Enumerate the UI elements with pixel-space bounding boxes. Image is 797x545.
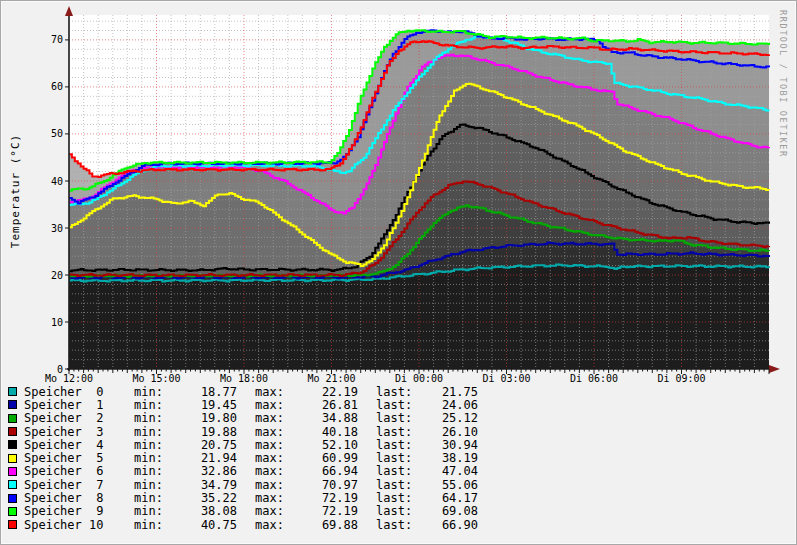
y-tick-label: 30 <box>51 223 63 234</box>
min-value: 35.22 <box>167 491 237 505</box>
legend-swatch <box>8 387 17 396</box>
legend-row: Speicher 4min:20.75max:52.10last:30.94 <box>8 438 478 451</box>
x-tick-label: Di 06:00 <box>570 373 618 384</box>
min-value: 19.45 <box>167 398 237 412</box>
max-value: 26.81 <box>288 398 358 412</box>
x-tick-label: Di 03:00 <box>482 373 530 384</box>
max-label: max: <box>255 518 288 532</box>
series-label: Speicher 0 <box>24 385 134 399</box>
legend-swatch <box>8 507 17 516</box>
max-label: max: <box>255 425 288 439</box>
max-value: 22.19 <box>288 385 358 399</box>
last-label: last: <box>376 438 416 452</box>
last-value: 55.06 <box>416 478 478 492</box>
min-value: 18.77 <box>167 385 237 399</box>
last-label: last: <box>376 504 416 518</box>
legend-swatch <box>8 520 17 529</box>
max-value: 34.88 <box>288 411 358 425</box>
max-value: 72.19 <box>288 491 358 505</box>
series-label: Speicher 2 <box>24 411 134 425</box>
max-value: 69.88 <box>288 518 358 532</box>
series-label: Speicher 3 <box>24 425 134 439</box>
series-label: Speicher 7 <box>24 478 134 492</box>
max-label: max: <box>255 504 288 518</box>
legend-row: Speicher 3min:19.88max:40.18last:26.10 <box>8 425 478 438</box>
x-tick-label: Mo 15:00 <box>132 373 180 384</box>
x-axis-arrow <box>769 365 780 373</box>
temperature-chart: 010203040506070Mo 12:00Mo 15:00Mo 18:00M… <box>1 1 797 393</box>
min-value: 19.88 <box>167 425 237 439</box>
series-label: Speicher 1 <box>24 398 134 412</box>
min-value: 40.75 <box>167 518 237 532</box>
max-value: 40.18 <box>288 425 358 439</box>
legend-row: Speicher 2min:19.80max:34.88last:25.12 <box>8 412 478 425</box>
max-label: max: <box>255 398 288 412</box>
x-tick-label: Mo 12:00 <box>45 373 93 384</box>
max-label: max: <box>255 478 288 492</box>
legend-swatch <box>8 414 17 423</box>
min-label: min: <box>134 504 167 518</box>
min-label: min: <box>134 451 167 465</box>
last-label: last: <box>376 425 416 439</box>
legend-swatch <box>8 454 17 463</box>
last-value: 47.04 <box>416 464 478 478</box>
legend-row: Speicher 6min:32.86max:66.94last:47.04 <box>8 465 478 478</box>
last-value: 66.90 <box>416 518 478 532</box>
last-value: 26.10 <box>416 425 478 439</box>
last-value: 69.08 <box>416 504 478 518</box>
legend-row: Speicher 7min:34.79max:70.97last:55.06 <box>8 478 478 491</box>
legend-swatch <box>8 440 17 449</box>
min-value: 38.08 <box>167 504 237 518</box>
max-value: 72.19 <box>288 504 358 518</box>
max-value: 66.94 <box>288 464 358 478</box>
last-label: last: <box>376 518 416 532</box>
y-tick-label: 70 <box>51 34 63 45</box>
y-axis-arrow <box>65 6 73 16</box>
max-label: max: <box>255 491 288 505</box>
min-value: 34.79 <box>167 478 237 492</box>
legend-swatch <box>8 400 17 409</box>
series-label: Speicher 5 <box>24 451 134 465</box>
max-label: max: <box>255 464 288 478</box>
y-tick-label: 50 <box>51 128 63 139</box>
max-label: max: <box>255 451 288 465</box>
series-label: Speicher 10 <box>24 518 134 532</box>
min-value: 20.75 <box>167 438 237 452</box>
legend-row: Speicher 5min:21.94max:60.99last:38.19 <box>8 451 478 464</box>
min-label: min: <box>134 478 167 492</box>
min-label: min: <box>134 464 167 478</box>
legend-row: Speicher 1min:19.45max:26.81last:24.06 <box>8 398 478 411</box>
legend-swatch <box>8 427 17 436</box>
x-tick-label: Di 00:00 <box>395 373 443 384</box>
last-label: last: <box>376 385 416 399</box>
min-label: min: <box>134 385 167 399</box>
min-value: 21.94 <box>167 451 237 465</box>
legend-row: Speicher 8min:35.22max:72.19last:64.17 <box>8 491 478 504</box>
max-value: 52.10 <box>288 438 358 452</box>
legend-swatch <box>8 467 17 476</box>
min-label: min: <box>134 438 167 452</box>
legend-swatch <box>8 494 17 503</box>
legend-row: Speicher 10min:40.75max:69.88last:66.90 <box>8 518 478 531</box>
x-tick-label: Mo 21:00 <box>307 373 355 384</box>
rrdtool-graph-window: 010203040506070Mo 12:00Mo 15:00Mo 18:00M… <box>0 0 797 545</box>
last-value: 25.12 <box>416 411 478 425</box>
last-label: last: <box>376 411 416 425</box>
max-label: max: <box>255 438 288 452</box>
min-label: min: <box>134 425 167 439</box>
y-tick-label: 10 <box>51 317 63 328</box>
max-value: 70.97 <box>288 478 358 492</box>
series-label: Speicher 9 <box>24 504 134 518</box>
min-value: 32.86 <box>167 464 237 478</box>
max-label: max: <box>255 385 288 399</box>
legend-swatch <box>8 480 17 489</box>
y-tick-label: 60 <box>51 81 63 92</box>
min-value: 19.80 <box>167 411 237 425</box>
rrdtool-watermark: RRDTOOL / TOBI OETIKER <box>776 10 788 180</box>
series-label: Speicher 6 <box>24 464 134 478</box>
series-label: Speicher 8 <box>24 491 134 505</box>
y-axis-title: Temperatur (°C) <box>9 121 23 261</box>
min-label: min: <box>134 518 167 532</box>
last-label: last: <box>376 464 416 478</box>
last-value: 64.17 <box>416 491 478 505</box>
